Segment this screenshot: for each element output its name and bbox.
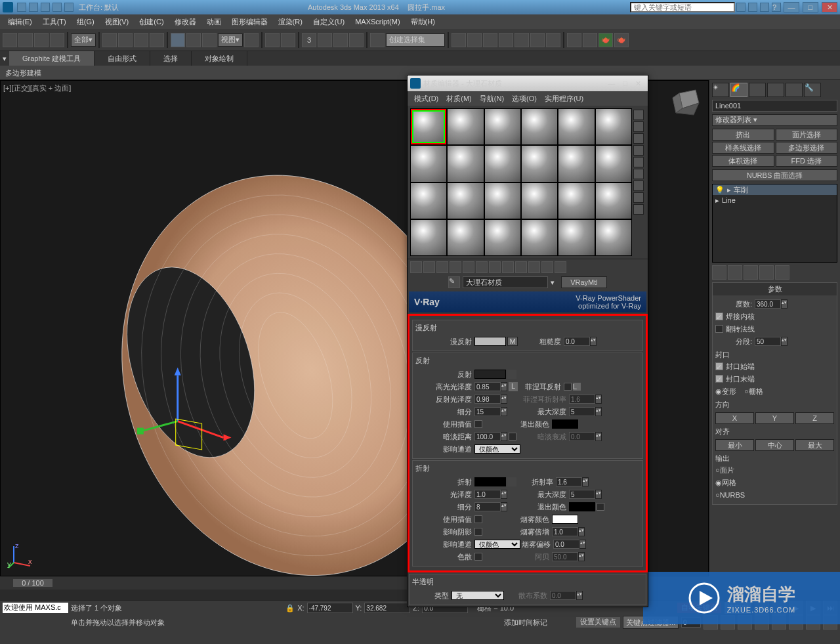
render-prod-icon[interactable]: 🫖: [614, 33, 629, 47]
reflect-map-button[interactable]: [507, 370, 516, 379]
affect-shadows-checkbox[interactable]: [474, 528, 482, 536]
material-name-input[interactable]: [463, 276, 548, 288]
material-id-icon[interactable]: [502, 261, 514, 273]
percent-snap-icon[interactable]: [333, 33, 348, 47]
abbe-spinner[interactable]: [552, 552, 578, 561]
assign-to-sel-icon[interactable]: [436, 261, 448, 273]
uv-tiling-icon[interactable]: [633, 145, 644, 156]
signin-icon[interactable]: [748, 3, 757, 12]
glossy-lock-button[interactable]: L: [509, 382, 518, 391]
dimdist-checkbox[interactable]: [509, 433, 516, 440]
fogmult-spinner[interactable]: [552, 527, 578, 536]
diffuse-map-button[interactable]: M: [507, 337, 518, 346]
flip-checkbox[interactable]: [715, 325, 723, 333]
menu-rendering[interactable]: 渲染(R): [273, 17, 308, 27]
rotate-icon[interactable]: [186, 33, 201, 47]
edit-named-sel-icon[interactable]: [370, 33, 385, 47]
get-material-icon[interactable]: [410, 261, 422, 273]
mod-patchsel-button[interactable]: 面片选择: [776, 129, 838, 140]
menu-maxscript[interactable]: MAXScript(M): [350, 18, 405, 26]
dimfall-spinner[interactable]: [569, 432, 595, 441]
motion-tab-icon[interactable]: [767, 83, 784, 97]
mirror-icon[interactable]: [452, 33, 466, 47]
sample-slot[interactable]: [447, 219, 484, 256]
sample-slot[interactable]: [558, 182, 595, 219]
unlink-icon[interactable]: [50, 33, 64, 47]
reflect-glossy-spinner[interactable]: [474, 395, 501, 404]
make-unique-icon[interactable]: [476, 261, 488, 273]
menu-create[interactable]: 创建(C): [134, 17, 169, 27]
sample-slot[interactable]: [484, 145, 521, 182]
viewport-label[interactable]: [+][正交][真实 + 边面]: [3, 83, 71, 93]
qat-new-icon[interactable]: [17, 3, 26, 12]
refract-map-button[interactable]: [507, 477, 516, 486]
sample-slot[interactable]: [410, 182, 447, 219]
maximize-button[interactable]: □: [803, 2, 818, 12]
scale-icon[interactable]: [202, 33, 217, 47]
refcoord-dropdown[interactable]: 视图 ▾: [218, 33, 243, 47]
dispersion-checkbox[interactable]: [474, 553, 482, 561]
ribbon-tab-freeform[interactable]: 自由形式: [94, 51, 150, 66]
refract-subdiv-spinner[interactable]: [474, 502, 501, 511]
sample-slot[interactable]: [558, 145, 595, 182]
lock-icon[interactable]: 🔒: [285, 604, 295, 612]
pin-stack-icon[interactable]: [712, 265, 726, 280]
sample-slot[interactable]: [595, 108, 632, 145]
reflect-interp-checkbox[interactable]: [474, 420, 482, 428]
sample-slot[interactable]: [595, 219, 632, 256]
reflect-color-swatch[interactable]: [474, 370, 506, 379]
select-name-icon[interactable]: [118, 33, 133, 47]
layers-icon[interactable]: [483, 33, 497, 47]
refract-color-swatch[interactable]: [474, 477, 506, 486]
make-unique-icon[interactable]: [744, 265, 758, 280]
schematic-icon[interactable]: [530, 33, 545, 47]
axis-z-button[interactable]: Z: [795, 412, 834, 424]
mod-extrude-button[interactable]: 挤出: [712, 129, 774, 140]
spinner-snap-icon[interactable]: [349, 33, 364, 47]
go-sibling-icon[interactable]: [555, 261, 566, 273]
undo-icon[interactable]: [3, 33, 17, 47]
morph-radio[interactable]: ◉: [715, 387, 722, 396]
mat-menu-mode[interactable]: 模式(D): [410, 94, 442, 104]
ribbon-tab-paint[interactable]: 对象绘制: [192, 51, 247, 66]
maxscript-listener[interactable]: 欢迎使用 MAXS.c: [3, 603, 68, 613]
window-crossing-icon[interactable]: [150, 33, 164, 47]
ribbon-expand-icon[interactable]: ▾: [0, 54, 9, 63]
make-preview-icon[interactable]: [633, 169, 644, 179]
menu-views[interactable]: 视图(V): [100, 17, 135, 27]
out-patch-radio[interactable]: ○: [715, 466, 720, 474]
backlight-icon[interactable]: [633, 121, 644, 132]
setkey-button[interactable]: 设置关键点: [576, 617, 620, 628]
menu-help[interactable]: 帮助(H): [406, 17, 440, 27]
mod-splinesel-button[interactable]: 样条线选择: [712, 142, 774, 154]
axis-y-button[interactable]: Y: [755, 412, 794, 424]
roughness-spinner[interactable]: [564, 337, 590, 346]
material-type-button[interactable]: VRayMtl: [561, 276, 607, 288]
mat-menu-utilities[interactable]: 实用程序(U): [541, 94, 587, 104]
minimize-button[interactable]: ―: [784, 2, 799, 12]
refract-exit-checkbox[interactable]: [597, 503, 604, 511]
show-map-icon[interactable]: [515, 261, 527, 273]
display-tab-icon[interactable]: [786, 83, 803, 97]
mat-map-nav-icon[interactable]: [633, 204, 644, 215]
align-center-button[interactable]: 中心: [755, 439, 794, 451]
sample-slot[interactable]: [447, 108, 484, 145]
sample-slot[interactable]: [595, 182, 632, 219]
menu-edit[interactable]: 编辑(E): [3, 17, 37, 27]
refract-exit-swatch[interactable]: [569, 502, 595, 511]
mat-menu-navigation[interactable]: 导航(N): [476, 94, 508, 104]
material-editor-icon[interactable]: [546, 33, 560, 47]
refract-affect-dropdown[interactable]: 仅颜色: [474, 540, 520, 549]
sample-slot[interactable]: [558, 219, 595, 256]
reflect-maxdepth-spinner[interactable]: [569, 407, 595, 416]
align-icon[interactable]: [467, 33, 482, 47]
scatter-spinner[interactable]: [550, 591, 576, 600]
dialog-close-button[interactable]: ✕: [631, 79, 645, 88]
graphite-icon[interactable]: [499, 33, 513, 47]
sample-slot[interactable]: [595, 145, 632, 182]
fresnel-ior-spinner[interactable]: [569, 395, 595, 404]
sample-slot[interactable]: [521, 219, 558, 256]
sample-slot[interactable]: [484, 182, 521, 219]
out-nurbs-radio[interactable]: ○: [715, 491, 720, 499]
menu-grapheditors[interactable]: 图形编辑器: [226, 17, 273, 27]
